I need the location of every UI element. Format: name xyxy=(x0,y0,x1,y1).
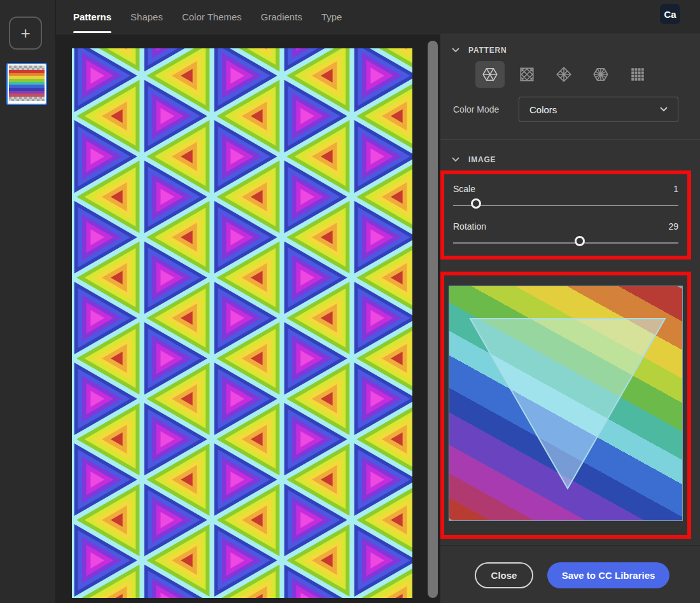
thumbnail-rainbow-stripes xyxy=(9,70,45,97)
color-mode-dropdown[interactable]: Colors xyxy=(519,97,678,122)
source-sidebar: + xyxy=(0,0,56,603)
rotation-slider-track xyxy=(453,242,678,244)
pattern-mode-row xyxy=(475,61,700,88)
panel-footer: Close Save to CC Libraries xyxy=(440,545,700,603)
top-tab-bar: Patterns Shapes Color Themes Gradients T… xyxy=(56,0,700,34)
color-mode-row: Color Mode Colors xyxy=(453,97,700,122)
scale-slider-track xyxy=(453,205,678,206)
color-mode-label: Color Mode xyxy=(453,104,519,114)
pattern-section-header[interactable]: PATTERN xyxy=(440,34,700,56)
close-button[interactable]: Close xyxy=(475,562,533,588)
pattern-canvas-area xyxy=(56,34,440,603)
sliders-highlight-box: Scale 1 Rotation 29 xyxy=(440,170,691,260)
canvas-scrollbar[interactable] xyxy=(428,41,438,598)
source-image-thumbnail[interactable] xyxy=(6,63,47,105)
settings-panel: PATTERN xyxy=(440,34,700,603)
source-preview-highlight-box xyxy=(440,272,691,539)
mode-diamond-kaleidoscope-button[interactable] xyxy=(549,61,578,88)
mode-square-grid-button[interactable] xyxy=(623,61,652,88)
hexagon-kaleidoscope-icon xyxy=(481,66,499,83)
tabs: Patterns Shapes Color Themes Gradients T… xyxy=(64,0,351,34)
square-mirror-icon xyxy=(518,66,536,83)
tab-gradients[interactable]: Gradients xyxy=(251,0,312,34)
hexagon-radial-icon xyxy=(592,66,610,83)
source-image-preview[interactable] xyxy=(449,286,683,521)
mode-hexagon-radial-button[interactable] xyxy=(586,61,615,88)
rotation-label: Rotation xyxy=(453,221,486,232)
mode-hexagon-kaleidoscope-button[interactable] xyxy=(475,61,505,88)
tab-type[interactable]: Type xyxy=(312,0,352,34)
thumbnail-transparent-strip-top xyxy=(9,66,45,70)
tab-patterns[interactable]: Patterns xyxy=(64,0,121,34)
tiled-triangle-pattern-preview[interactable] xyxy=(72,48,412,598)
image-section-title: IMAGE xyxy=(468,155,496,164)
thumbnail-transparent-strip-bottom xyxy=(9,97,45,101)
triangle-crop-overlay[interactable] xyxy=(449,286,683,521)
diamond-kaleidoscope-icon xyxy=(555,66,573,83)
scale-slider-handle[interactable] xyxy=(471,198,481,209)
rotation-slider-handle[interactable] xyxy=(575,236,585,246)
square-grid-icon xyxy=(629,66,647,83)
chevron-down-icon xyxy=(660,107,668,112)
rotation-value: 29 xyxy=(668,221,678,232)
scale-label: Scale xyxy=(453,184,475,194)
scale-value: 1 xyxy=(673,184,678,194)
image-section-header[interactable]: IMAGE xyxy=(440,144,496,165)
color-mode-value: Colors xyxy=(529,104,557,115)
adobe-capture-logo: Ca xyxy=(660,4,680,24)
add-image-button[interactable]: + xyxy=(9,17,42,50)
rotation-slider[interactable] xyxy=(453,235,678,251)
tab-shapes[interactable]: Shapes xyxy=(121,0,172,34)
save-to-cc-libraries-button[interactable]: Save to CC Libraries xyxy=(547,562,669,588)
scale-slider[interactable] xyxy=(453,198,678,213)
chevron-down-icon xyxy=(452,48,459,53)
section-divider xyxy=(440,139,700,140)
pattern-section-title: PATTERN xyxy=(468,46,507,55)
adobe-capture-pattern-editor: + Patterns Shapes Color Themes Gradients… xyxy=(0,0,700,603)
mode-square-mirror-button[interactable] xyxy=(512,61,542,88)
tab-color-themes[interactable]: Color Themes xyxy=(172,0,251,34)
chevron-down-icon xyxy=(452,157,459,162)
